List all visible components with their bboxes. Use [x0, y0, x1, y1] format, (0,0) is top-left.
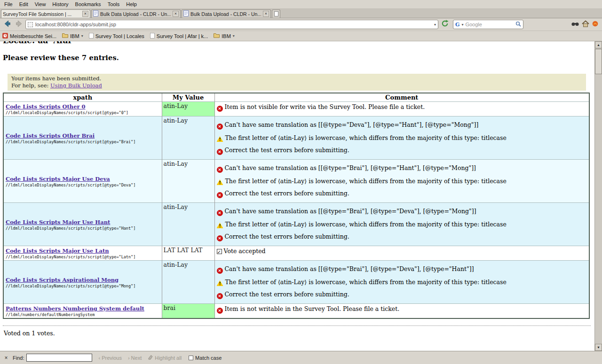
- find-next-button[interactable]: › Next: [128, 355, 142, 361]
- find-close-icon[interactable]: ×: [3, 355, 9, 361]
- xpath-link[interactable]: Patterns Numbers Numbering System defaul…: [6, 305, 144, 312]
- comment-text: The first letter of ⟨atin-Lay⟩ is lowerc…: [225, 221, 507, 228]
- folder-icon: [214, 33, 220, 39]
- table-header-row: xpath My Value Comment: [3, 93, 589, 102]
- menu-tools[interactable]: Tools: [104, 0, 123, 8]
- comment-text: Correct the test errors before submittin…: [225, 190, 349, 197]
- menu-history[interactable]: History: [49, 0, 71, 8]
- match-case-label: Match case: [195, 355, 222, 361]
- comment: ×Correct the test errors before submitti…: [217, 232, 587, 241]
- error-icon: ×: [217, 124, 223, 130]
- bookmark-most-visited[interactable]: Meistbesuchte Sei...: [2, 33, 56, 39]
- xpath-path: //ldml/localeDisplayNames/scripts/script…: [6, 255, 160, 259]
- url-dropdown-icon[interactable]: ▾: [434, 23, 436, 27]
- scroll-down-button[interactable]: ▼: [595, 344, 602, 351]
- page-icon: [150, 33, 155, 39]
- xpath-link[interactable]: Code Lists Scripts Other 0: [6, 103, 86, 110]
- xpath-path: //ldml/localeDisplayNames/scripts/script…: [6, 183, 160, 187]
- comment: ×Correct the test errors before submitti…: [217, 189, 587, 198]
- bookmark-label: Meistbesuchte Sei...: [10, 33, 56, 39]
- comment-text: Can't have same translation as [[@type="…: [225, 265, 474, 272]
- bookmark-folder-ibm-2[interactable]: IBM ▾: [214, 33, 235, 39]
- next-chevron-icon: ›: [128, 355, 130, 361]
- column-header-comment: Comment: [214, 93, 589, 102]
- menu-view[interactable]: View: [32, 0, 49, 8]
- menu-help[interactable]: Help: [123, 0, 140, 8]
- back-button[interactable]: [2, 19, 12, 30]
- using-bulk-upload-link[interactable]: Using Bulk Upload: [50, 82, 102, 89]
- search-engine-dropdown-icon[interactable]: ▾: [461, 23, 463, 27]
- folder-icon: [62, 33, 68, 39]
- review-table: xpath My Value Comment Code Lists Script…: [3, 93, 590, 319]
- tab-close-icon[interactable]: ×: [263, 11, 269, 17]
- xpath-link[interactable]: Code Lists Scripts Major Use Hant: [6, 219, 110, 225]
- search-input[interactable]: Google: [465, 22, 514, 27]
- bookmark-label: IBM: [70, 33, 79, 39]
- comment-cell: ×Can't have same translation as [[@type=…: [214, 261, 589, 304]
- bookmark-label: IBM: [222, 33, 231, 39]
- tab-bar: SurveyTool File Submission | ... × Bulk …: [0, 9, 602, 18]
- url-text[interactable]: localhost:8080/cldr-apps/submit.jsp: [35, 22, 432, 27]
- comment-text: Can't have same translation as [[@type="…: [225, 208, 476, 215]
- home-icon[interactable]: [582, 20, 589, 29]
- find-next-label: Next: [131, 355, 142, 361]
- comment-text: Can't have same translation as [[@type="…: [225, 121, 479, 128]
- comment: ×Can't have same translation as [[@type=…: [217, 164, 587, 173]
- reload-button[interactable]: [440, 19, 450, 30]
- highlight-all-button[interactable]: Highlight all: [148, 355, 182, 361]
- match-case-control[interactable]: Match case: [189, 355, 222, 361]
- error-icon: ×: [217, 235, 223, 241]
- addon-icon[interactable]: [592, 20, 598, 29]
- bookmark-survey-tool-locales[interactable]: Survey Tool | Locales: [89, 33, 144, 39]
- forward-icon: [16, 20, 23, 29]
- binoculars-icon[interactable]: [571, 20, 579, 29]
- error-icon: ×: [217, 149, 223, 155]
- find-previous-button[interactable]: ‹ Previous: [98, 355, 121, 361]
- comment-cell: ×Can't have same translation as [[@type=…: [214, 160, 589, 203]
- xpath-link[interactable]: Code Lists Scripts Major Use Deva: [6, 176, 110, 182]
- scrollbar-thumb[interactable]: [595, 49, 602, 74]
- value-cell: atin-Lay: [162, 116, 214, 160]
- xpath-path: //ldml/localeDisplayNames/scripts/script…: [6, 139, 160, 144]
- tab-title: SurveyTool File Submission | ...: [3, 11, 80, 17]
- page-content: Locale: aa 'Afar' Please review these 7 …: [0, 41, 594, 351]
- tab-bulk-data-upload-1[interactable]: Bulk Data Upload - CLDR - Un... ×: [91, 9, 181, 18]
- tab-bulk-data-upload-2[interactable]: Bulk Data Upload - CLDR - Un... ×: [182, 9, 271, 18]
- scroll-down-icon: ▼: [597, 346, 600, 349]
- tab-title: Bulk Data Upload - CLDR - Un...: [190, 11, 261, 17]
- menu-edit[interactable]: Edit: [16, 0, 32, 8]
- bookmark-survey-tool-afar[interactable]: Survey Tool | Afar | k...: [150, 33, 208, 39]
- comment-text: Correct the test errors before submittin…: [225, 291, 349, 298]
- menu-bookmarks[interactable]: Bookmarks: [72, 0, 104, 8]
- highlighter-icon: [148, 355, 153, 361]
- page-icon: [89, 33, 94, 39]
- xpath-link[interactable]: Code Lists Scripts Major Use Latn: [6, 248, 109, 254]
- warning-icon: !: [217, 136, 223, 142]
- table-row: Code Lists Scripts Major Use Latn //ldml…: [3, 246, 589, 261]
- find-label: Find:: [13, 355, 24, 361]
- menu-file[interactable]: File: [1, 0, 16, 8]
- find-previous-label: Previous: [102, 355, 122, 361]
- tab-close-icon[interactable]: ×: [173, 11, 179, 17]
- scroll-up-button[interactable]: ▲: [595, 41, 602, 48]
- comment-text: Item is not visible for write via the Su…: [225, 103, 425, 110]
- comment: !The first letter of ⟨atin-Lay⟩ is lower…: [217, 134, 587, 142]
- search-box[interactable]: G ▾ Google: [453, 20, 523, 29]
- bookmark-folder-ibm-1[interactable]: IBM ▾: [62, 33, 83, 39]
- find-input[interactable]: [26, 354, 92, 362]
- vertical-scrollbar[interactable]: ▲ ▼: [594, 41, 602, 351]
- new-tab-button[interactable]: [272, 9, 280, 18]
- xpath-link[interactable]: Code Lists Scripts Other Brai: [6, 132, 95, 139]
- forward-button[interactable]: [14, 19, 24, 30]
- comment: ×Can't have same translation as [[@type=…: [217, 265, 587, 274]
- search-magnifier-icon[interactable]: [515, 20, 521, 29]
- tab-survey-tool-submission[interactable]: SurveyTool File Submission | ... ×: [1, 9, 90, 18]
- clipped-locale-heading: Locale: aa 'Afar': [3, 41, 591, 45]
- xpath-link[interactable]: Code Lists Scripts Aspirational Mong: [6, 277, 119, 283]
- value-cell: atin-Lay: [162, 203, 214, 246]
- match-case-checkbox[interactable]: [189, 356, 193, 360]
- url-bar[interactable]: localhost:8080/cldr-apps/submit.jsp ▾: [25, 20, 438, 29]
- xpath-cell: Code Lists Scripts Other 0 //ldml/locale…: [3, 102, 162, 116]
- tab-close-icon[interactable]: ×: [82, 11, 88, 17]
- submission-notice: Your items have been submitted. For help…: [8, 74, 586, 91]
